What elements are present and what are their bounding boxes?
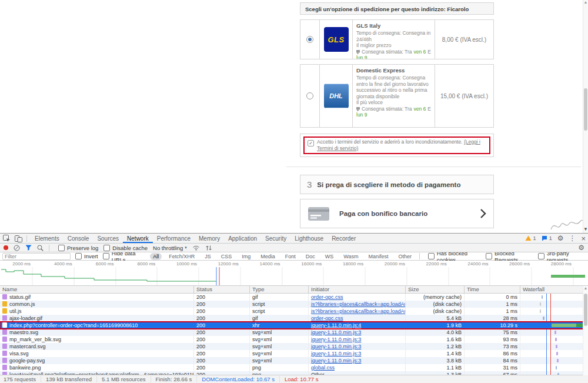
import-export-har-icon[interactable] xyxy=(205,245,212,251)
filter-type-css[interactable]: CSS xyxy=(218,253,235,260)
request-name-text: status.gif xyxy=(9,294,31,300)
filter-type-media[interactable]: Media xyxy=(258,253,278,260)
request-row[interactable]: mp_mark_ver_blk.svg200svg+xmljquery-1.11… xyxy=(0,336,588,343)
chevron-down-icon: ▾ xyxy=(185,245,187,250)
clear-network-log-icon[interactable] xyxy=(14,245,20,251)
filter-type-font[interactable]: Font xyxy=(282,253,299,260)
filter-funnel-icon[interactable] xyxy=(25,245,32,251)
filter-type-all[interactable]: All xyxy=(150,253,162,260)
initiator-link[interactable]: jquery-1.11.0.min.js:3 xyxy=(311,358,361,364)
tab-elements[interactable]: Elements xyxy=(31,234,64,243)
inspect-element-icon[interactable] xyxy=(3,235,11,242)
tab-console[interactable]: Console xyxy=(64,234,93,243)
close-devtools-icon[interactable]: × xyxy=(581,235,586,242)
invert-checkbox[interactable]: Invert xyxy=(75,253,98,259)
filter-type-img[interactable]: Img xyxy=(239,253,253,260)
request-row[interactable]: maestro.svg200svg+xmljquery-1.11.0.min.j… xyxy=(0,329,588,336)
settings-gear-icon[interactable]: ⚙ xyxy=(557,235,564,242)
requests-scroll-thumb[interactable] xyxy=(584,294,587,326)
network-settings-gear-icon[interactable]: ⚙ xyxy=(578,244,584,251)
page-scroll-thumb[interactable] xyxy=(584,88,587,131)
request-time: 0 ms xyxy=(465,294,520,301)
initiator-link[interactable]: jquery-1.11.0.min.js:3 xyxy=(311,344,361,349)
requests-scrollbar[interactable]: ▲ xyxy=(583,286,588,375)
scroll-up-arrow[interactable]: ▲ xyxy=(583,0,588,4)
more-options-icon[interactable]: ⋮ xyxy=(569,235,576,242)
network-conditions-icon[interactable] xyxy=(192,245,200,251)
network-overview-timeline[interactable]: 2000 ms4000 ms6000 ms8000 ms10000 ms1200… xyxy=(0,261,588,286)
column-header-waterfall[interactable]: Waterfall xyxy=(520,286,588,293)
column-header-type[interactable]: Type xyxy=(250,286,309,293)
warnings-badge[interactable]: 1 xyxy=(525,235,536,241)
initiator-link[interactable]: jquery-1.11.0.min.js:3 xyxy=(311,351,361,357)
preserve-log-checkbox[interactable]: Preserve log xyxy=(58,245,98,251)
tab-lighthouse[interactable]: Lighthouse xyxy=(290,234,328,243)
tab-network[interactable]: Network xyxy=(123,234,153,243)
checkbox xyxy=(75,253,82,259)
estimate-day1: ven 6 xyxy=(414,106,426,112)
dhl-radio-button[interactable] xyxy=(306,92,313,99)
request-row[interactable]: mastercard.svg200svg+xmljquery-1.11.0.mi… xyxy=(0,343,588,350)
initiator-link[interactable]: jquery-1.11.0.min.js:3 xyxy=(311,337,361,342)
request-name: mp_mark_ver_blk.svg xyxy=(0,336,194,343)
filter-input[interactable] xyxy=(2,253,71,260)
initiator-link[interactable]: jquery-1.11.0.min.js:3 xyxy=(311,329,361,335)
gls-estimate: Consegna stimata: Tra ven 6 E xyxy=(356,49,431,55)
request-row[interactable]: util.js200scriptjs?libraries=places&call… xyxy=(0,308,588,315)
column-header-name[interactable]: Name xyxy=(0,286,194,293)
record-network-log-button[interactable] xyxy=(4,245,8,250)
filter-type-ws[interactable]: WS xyxy=(322,253,337,260)
page-scrollbar[interactable]: ▲ ▼ xyxy=(583,0,588,233)
tab-sources[interactable]: Sources xyxy=(93,234,123,243)
request-type: png xyxy=(250,371,309,375)
request-row[interactable]: status.gif200giforder-opc.css(memory cac… xyxy=(0,294,588,301)
tab-performance[interactable]: Performance xyxy=(153,234,195,243)
gls-logo-cell: GLS xyxy=(319,20,352,59)
issues-badge[interactable]: 1 xyxy=(542,235,552,241)
request-row[interactable]: google-pay.svg200svg+xmljquery-1.11.0.mi… xyxy=(0,357,588,364)
filter-type-js[interactable]: JS xyxy=(202,253,214,260)
dhl-logo: DHL xyxy=(324,84,349,108)
request-row[interactable]: common.js200scriptjs?libraries=places&ca… xyxy=(0,301,588,308)
column-header-time[interactable]: Time xyxy=(465,286,520,293)
tab-memory[interactable]: Memory xyxy=(195,234,224,243)
request-type: script xyxy=(250,301,309,308)
request-row[interactable]: visa.svg200svg+xmljquery-1.11.0.min.js:3… xyxy=(0,350,588,357)
initiator-link[interactable]: order-opc.css xyxy=(311,294,343,300)
disable-cache-checkbox[interactable]: Disable cache xyxy=(103,245,148,251)
throttling-dropdown[interactable]: No throttling ▾ xyxy=(153,245,187,251)
filter-type-doc[interactable]: Doc xyxy=(303,253,318,260)
gls-radio-button[interactable] xyxy=(306,36,313,43)
request-row[interactable]: logoNexiSmall.png?platform=prestashop&am… xyxy=(0,371,588,375)
filter-type-fetch-xhr[interactable]: Fetch/XHR xyxy=(166,253,198,260)
scroll-down-arrow[interactable]: ▼ xyxy=(583,227,588,232)
shipping-option-gls[interactable]: GLS GLS Italy Tempo di consegna: Consegn… xyxy=(300,19,494,59)
terms-checkbox[interactable]: ✓ xyxy=(308,140,314,146)
tab-recorder[interactable]: Recorder xyxy=(328,234,360,243)
column-header-size[interactable]: Size xyxy=(406,286,465,293)
initiator-link[interactable]: jquery-1.11.0.min.js:4 xyxy=(311,322,361,328)
shipping-option-dhl[interactable]: DHL Domestic Express Tempo di consegna: … xyxy=(300,64,494,128)
request-status: 200 xyxy=(194,336,250,343)
column-header-status[interactable]: Status xyxy=(194,286,250,293)
filter-type-other[interactable]: Other xyxy=(395,253,415,260)
search-icon[interactable] xyxy=(37,245,44,251)
request-row[interactable]: ajax-loader.gif200giforder-opc.css5.4 kB… xyxy=(0,315,588,322)
request-row[interactable]: bankwire.png200pngglobal.css1.1 kB31 ms xyxy=(0,364,588,371)
filter-type-wasm[interactable]: Wasm xyxy=(340,253,361,260)
payment-method-bankwire[interactable]: Paga con bonifico bancario xyxy=(300,199,494,228)
initiator-link[interactable]: js?libraries=places&callback=app.loadAut… xyxy=(311,301,406,307)
handwritten-squiggle xyxy=(550,217,585,234)
column-header-initiator[interactable]: Initiator xyxy=(309,286,406,293)
initiator-link[interactable]: js?libraries=places&callback=app.loadAut… xyxy=(311,308,406,314)
device-toolbar-icon[interactable] xyxy=(15,235,22,242)
dcl-event-line xyxy=(546,294,547,375)
initiator-link[interactable]: global.css xyxy=(311,365,335,371)
request-waterfall xyxy=(520,364,588,371)
tab-application[interactable]: Application xyxy=(224,234,261,243)
tab-security[interactable]: Security xyxy=(261,234,290,243)
initiator-link[interactable]: order-opc.css xyxy=(311,315,343,321)
scroll-up-arrow[interactable]: ▲ xyxy=(583,286,588,290)
filter-type-manifest[interactable]: Manifest xyxy=(365,253,391,260)
request-row-selected[interactable]: index.php?controller=order-opc?rand=1651… xyxy=(0,322,588,329)
